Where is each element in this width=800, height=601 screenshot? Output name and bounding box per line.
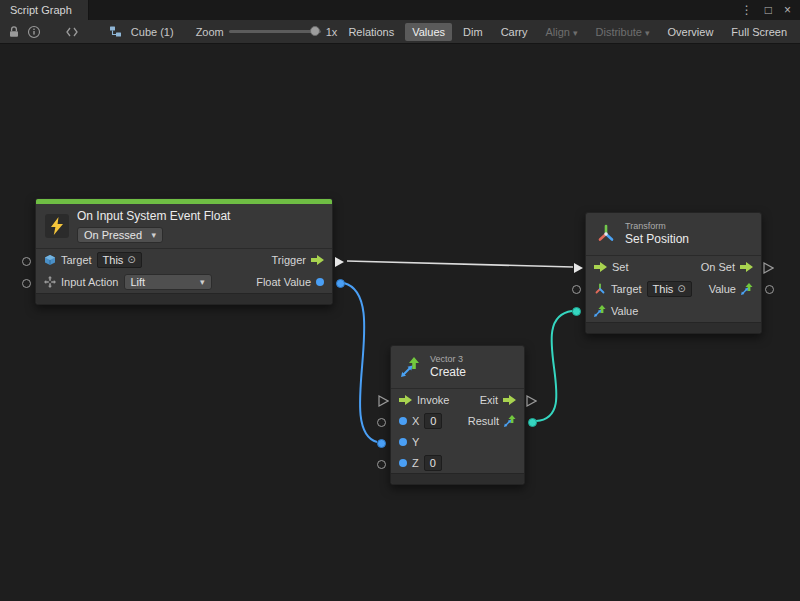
node-footer bbox=[586, 322, 761, 333]
input-action-icon bbox=[44, 276, 56, 288]
float-type-icon bbox=[399, 417, 407, 425]
row-x-result: X 0 Result bbox=[391, 410, 524, 431]
window-tab-bar: Script Graph ⋮ □ × bbox=[0, 0, 800, 20]
flow-arrow-icon bbox=[399, 395, 412, 405]
float-type-icon bbox=[316, 278, 324, 286]
graph-asset-icon bbox=[106, 23, 126, 41]
overview-button[interactable]: Overview bbox=[661, 23, 721, 41]
vector3-icon bbox=[400, 356, 422, 378]
port-set-in[interactable] bbox=[573, 262, 584, 274]
node-type-label: Transform bbox=[625, 221, 689, 232]
port-input-action-in[interactable] bbox=[22, 279, 31, 288]
object-picker-icon: ⊙ bbox=[127, 255, 135, 265]
zoom-slider-handle[interactable] bbox=[310, 26, 320, 36]
zoom-control: Zoom 1x bbox=[196, 26, 338, 38]
row-y: Y bbox=[391, 431, 524, 452]
port-onset-out[interactable] bbox=[763, 262, 774, 274]
row-invoke-exit: Invoke Exit bbox=[391, 389, 524, 410]
row-input-action: Input Action Lift ▾ Float Value bbox=[36, 271, 332, 293]
caret-icon: ▾ bbox=[200, 277, 205, 287]
port-result-out[interactable] bbox=[528, 418, 537, 427]
onset-label: On Set bbox=[701, 261, 735, 273]
set-label: Set bbox=[612, 261, 629, 273]
port-target-in[interactable] bbox=[22, 257, 31, 266]
gameobject-icon bbox=[44, 254, 56, 266]
z-value: 0 bbox=[430, 457, 436, 469]
port-invoke-in[interactable] bbox=[378, 395, 389, 407]
z-value-field[interactable]: 0 bbox=[424, 455, 442, 471]
port-z-in[interactable] bbox=[377, 460, 386, 469]
float-value-label: Float Value bbox=[256, 276, 311, 288]
port-value-in[interactable] bbox=[572, 307, 581, 316]
flow-arrow-icon bbox=[503, 395, 516, 405]
node-vector3-create[interactable]: Vector 3 Create Invoke Exit X bbox=[390, 345, 525, 485]
row-value-in: Value bbox=[586, 300, 761, 322]
port-y-in[interactable] bbox=[377, 439, 386, 448]
row-z: Z 0 bbox=[391, 452, 524, 473]
input-action-dropdown[interactable]: Lift ▾ bbox=[124, 274, 212, 290]
navigate-chevrons-icon[interactable] bbox=[64, 23, 80, 41]
graph-breadcrumb[interactable]: Cube (1) bbox=[102, 23, 178, 41]
values-button[interactable]: Values bbox=[405, 23, 452, 41]
lightning-icon bbox=[45, 214, 69, 238]
port-target-in[interactable] bbox=[572, 285, 581, 294]
float-type-icon bbox=[399, 459, 407, 467]
port-value-out[interactable] bbox=[765, 285, 774, 294]
tab-script-graph[interactable]: Script Graph bbox=[0, 0, 89, 20]
target-object-value: This bbox=[103, 254, 124, 266]
target-object-field[interactable]: This ⊙ bbox=[97, 252, 142, 268]
caret-icon: ▾ bbox=[151, 230, 156, 240]
node-transform-set-position[interactable]: Transform Set Position Set On Set bbox=[585, 212, 762, 334]
transform-icon bbox=[595, 223, 617, 245]
caret-icon: ▾ bbox=[573, 28, 578, 38]
input-action-label: Input Action bbox=[61, 276, 119, 288]
row-target-valueout: Target This ⊙ Value bbox=[586, 278, 761, 300]
close-icon[interactable]: × bbox=[784, 4, 791, 16]
port-x-in[interactable] bbox=[377, 418, 386, 427]
target-object-value: This bbox=[653, 283, 674, 295]
dim-button[interactable]: Dim bbox=[456, 23, 490, 41]
trigger-label: Trigger bbox=[272, 254, 306, 266]
graph-name: Cube (1) bbox=[131, 26, 174, 38]
result-label: Result bbox=[468, 415, 499, 427]
window-controls: ⋮ □ × bbox=[741, 0, 800, 20]
port-exit-out[interactable] bbox=[526, 395, 537, 407]
float-type-icon bbox=[399, 438, 407, 446]
vector3-type-icon bbox=[594, 305, 606, 317]
fullscreen-button[interactable]: Full Screen bbox=[724, 23, 794, 41]
kebab-menu-icon[interactable]: ⋮ bbox=[741, 4, 753, 16]
carry-button[interactable]: Carry bbox=[494, 23, 535, 41]
caret-icon: ▾ bbox=[645, 28, 650, 38]
vector3-type-icon bbox=[741, 283, 753, 295]
lock-icon[interactable] bbox=[6, 23, 22, 41]
maximize-icon[interactable]: □ bbox=[765, 4, 772, 16]
zoom-value: 1x bbox=[326, 26, 338, 38]
relations-button[interactable]: Relations bbox=[341, 23, 401, 41]
node-title: Set Position bbox=[625, 232, 689, 247]
value-out-label: Value bbox=[709, 283, 736, 295]
transform-type-icon bbox=[594, 283, 606, 295]
node-footer bbox=[36, 293, 332, 304]
zoom-label: Zoom bbox=[196, 26, 224, 38]
flow-arrow-icon bbox=[740, 262, 753, 272]
flow-arrow-icon bbox=[311, 255, 324, 265]
x-label: X bbox=[412, 415, 419, 427]
z-label: Z bbox=[412, 457, 419, 469]
flow-arrow-icon bbox=[594, 262, 607, 272]
object-picker-icon: ⊙ bbox=[677, 284, 685, 294]
port-trigger-out[interactable] bbox=[334, 256, 345, 268]
vector3-type-icon bbox=[504, 415, 516, 427]
zoom-slider-track[interactable] bbox=[229, 30, 321, 33]
target-object-field[interactable]: This ⊙ bbox=[647, 281, 692, 297]
graph-toolbar: Cube (1) Zoom 1x Relations Values Dim Ca… bbox=[0, 20, 800, 44]
distribute-button[interactable]: Distribute▾ bbox=[589, 23, 657, 41]
port-float-value-out[interactable] bbox=[336, 279, 345, 288]
info-icon[interactable] bbox=[26, 23, 42, 41]
event-mode-dropdown[interactable]: On Pressed ▾ bbox=[77, 227, 163, 243]
x-value-field[interactable]: 0 bbox=[424, 413, 442, 429]
node-type-label: Vector 3 bbox=[430, 354, 466, 365]
node-on-input-system-event-float[interactable]: On Input System Event Float On Pressed ▾… bbox=[35, 198, 333, 305]
align-button[interactable]: Align▾ bbox=[539, 23, 585, 41]
event-mode-value: On Pressed bbox=[84, 229, 142, 241]
row-target: Target This ⊙ Trigger bbox=[36, 249, 332, 271]
